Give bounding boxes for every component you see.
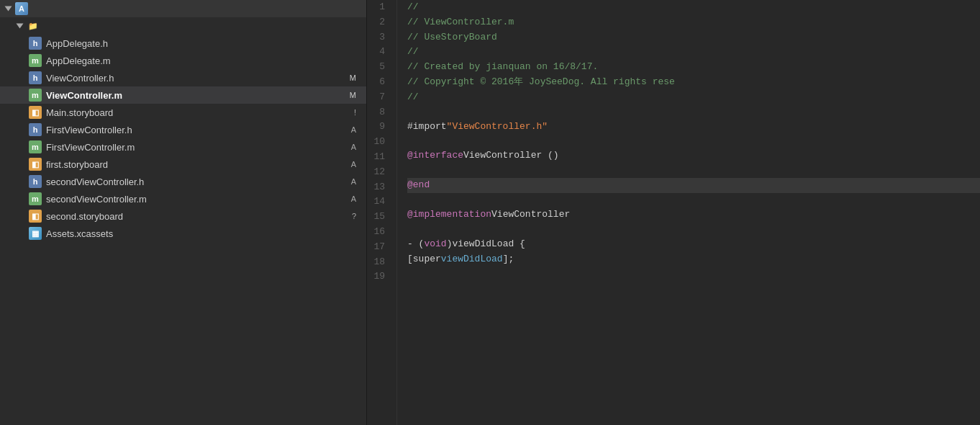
sidebar-file-assets[interactable]: ▦Assets.xcassets <box>0 225 366 242</box>
token-plain: #import <box>407 120 447 135</box>
file-icon-main-storyboard: ◧ <box>29 106 42 119</box>
code-line <box>407 134 980 148</box>
file-icon-first-storyboard: ◧ <box>29 158 42 171</box>
line-number: 8 <box>373 105 389 120</box>
sidebar-file-viewcontroller-h[interactable]: hViewController.hM <box>0 69 366 86</box>
project-icon: A <box>15 2 28 15</box>
line-number: 16 <box>373 225 389 240</box>
sidebar-file-viewcontroller-m[interactable]: mViewController.mM <box>0 86 366 104</box>
code-line <box>407 223 980 237</box>
file-badge-second-storyboard: ? <box>352 212 366 220</box>
code-line: - (void)viewDidLoad { <box>407 237 980 252</box>
line-number: 17 <box>373 240 389 255</box>
code-line <box>407 105 980 120</box>
file-icon-viewcontroller-m: m <box>29 89 42 102</box>
code-line: // <box>407 0 980 15</box>
token-plain: ]; <box>503 252 514 267</box>
file-name-secondviewcontroller-m: secondViewController.m <box>46 194 351 205</box>
file-icon-secondviewcontroller-h: h <box>29 175 42 188</box>
line-number: 9 <box>373 120 389 135</box>
expand-arrow-icon <box>5 6 12 12</box>
token-comment: // Copyright © 2016年 JoySeeDog. All righ… <box>407 75 675 90</box>
token-plain: ViewController () <box>463 148 559 164</box>
code-editor: 12345678910111213141516171819 //// ViewC… <box>367 0 980 425</box>
token-plain: )viewDidLoad { <box>447 237 525 252</box>
line-number: 19 <box>373 269 389 285</box>
file-badge-main-storyboard: ! <box>354 108 366 117</box>
sidebar-file-second-storyboard[interactable]: ◧second.storyboard? <box>0 207 366 225</box>
code-line: // Copyright © 2016年 JoySeeDog. All righ… <box>407 75 980 90</box>
token-keyword: @implementation <box>407 207 491 223</box>
file-name-viewcontroller-m: ViewController.m <box>46 90 350 101</box>
sidebar-file-secondviewcontroller-m[interactable]: msecondViewController.mA <box>0 190 366 207</box>
file-name-firstviewcontroller-h: FirstViewController.h <box>46 125 351 135</box>
file-name-secondviewcontroller-h: secondViewController.h <box>46 176 351 187</box>
token-plain: - ( <box>407 237 424 252</box>
sidebar-file-appdelegate-h[interactable]: hAppDelegate.h <box>0 35 366 52</box>
code-line: // <box>407 45 980 60</box>
code-line: // UseStoryBoard <box>407 30 980 45</box>
folder-expand-icon <box>17 24 24 29</box>
code-content[interactable]: //// ViewController.m// UseStoryBoard///… <box>397 0 980 425</box>
code-line: // Created by jianquan on 16/8/17. <box>407 60 980 75</box>
code-line: @end <box>407 178 980 193</box>
token-comment: // Created by jianquan on 16/8/17. <box>407 60 598 75</box>
line-number: 5 <box>373 60 389 75</box>
file-badge-firstviewcontroller-m: A <box>351 143 366 151</box>
code-line: #import "ViewController.h" <box>407 120 980 135</box>
file-badge-secondviewcontroller-m: A <box>351 194 366 203</box>
line-number: 10 <box>373 135 389 150</box>
sidebar-file-secondviewcontroller-h[interactable]: hsecondViewController.hA <box>0 173 366 190</box>
file-icon-secondviewcontroller-m: m <box>29 192 42 205</box>
token-string: "ViewController.h" <box>447 120 548 135</box>
project-root-item[interactable]: A <box>0 0 366 17</box>
file-icon-firstviewcontroller-h: h <box>29 123 42 136</box>
token-comment: // <box>407 90 419 105</box>
line-number: 13 <box>373 180 389 195</box>
file-name-assets: Assets.xcassets <box>46 228 356 239</box>
file-icon-appdelegate-m: m <box>29 54 42 67</box>
file-badge-viewcontroller-h: M <box>350 73 366 82</box>
sidebar-file-appdelegate-m[interactable]: mAppDelegate.m <box>0 52 366 69</box>
line-number: 1 <box>373 0 389 15</box>
file-name-viewcontroller-h: ViewController.h <box>46 73 350 84</box>
file-name-main-storyboard: Main.storyboard <box>46 107 354 118</box>
line-number: 4 <box>373 45 389 60</box>
line-number: 2 <box>373 15 389 30</box>
code-line: @interface ViewController () <box>407 148 980 164</box>
file-name-appdelegate-m: AppDelegate.m <box>46 55 356 66</box>
folder-item[interactable]: 📁 <box>0 17 366 35</box>
file-badge-firstviewcontroller-h: A <box>351 125 366 134</box>
token-method: viewDidLoad <box>441 252 503 267</box>
line-number: 18 <box>373 255 389 270</box>
folder-icon: 📁 <box>27 19 40 32</box>
sidebar-file-first-storyboard[interactable]: ◧first.storyboardA <box>0 156 366 173</box>
code-line <box>407 267 980 281</box>
code-line: // ViewController.m <box>407 15 980 30</box>
sidebar-file-main-storyboard[interactable]: ◧Main.storyboard! <box>0 104 366 121</box>
code-line <box>407 164 980 178</box>
token-plain: [super <box>407 252 441 267</box>
line-number: 15 <box>373 210 389 225</box>
file-icon-firstviewcontroller-m: m <box>29 140 42 153</box>
file-badge-secondviewcontroller-h: A <box>351 177 366 186</box>
code-line: @implementation ViewController <box>407 207 980 223</box>
sidebar-file-firstviewcontroller-h[interactable]: hFirstViewController.hA <box>0 121 366 138</box>
code-line <box>407 193 980 207</box>
token-keyword: void <box>424 237 446 252</box>
line-number: 6 <box>373 75 389 90</box>
file-badge-viewcontroller-m: M <box>350 91 366 99</box>
file-icon-second-storyboard: ◧ <box>29 210 42 223</box>
file-name-second-storyboard: second.storyboard <box>46 211 352 222</box>
token-comment: // <box>407 0 419 15</box>
file-icon-viewcontroller-h: h <box>29 71 42 84</box>
token-comment: // <box>407 45 419 60</box>
file-name-first-storyboard: first.storyboard <box>46 159 351 170</box>
token-plain: ViewController <box>491 207 570 223</box>
code-line: [super viewDidLoad]; <box>407 252 980 267</box>
file-icon-appdelegate-h: h <box>29 37 42 50</box>
token-keyword: @end <box>407 178 430 193</box>
token-keyword: @interface <box>407 148 463 164</box>
file-name-firstviewcontroller-m: FirstViewController.m <box>46 142 351 153</box>
sidebar-file-firstviewcontroller-m[interactable]: mFirstViewController.mA <box>0 138 366 156</box>
